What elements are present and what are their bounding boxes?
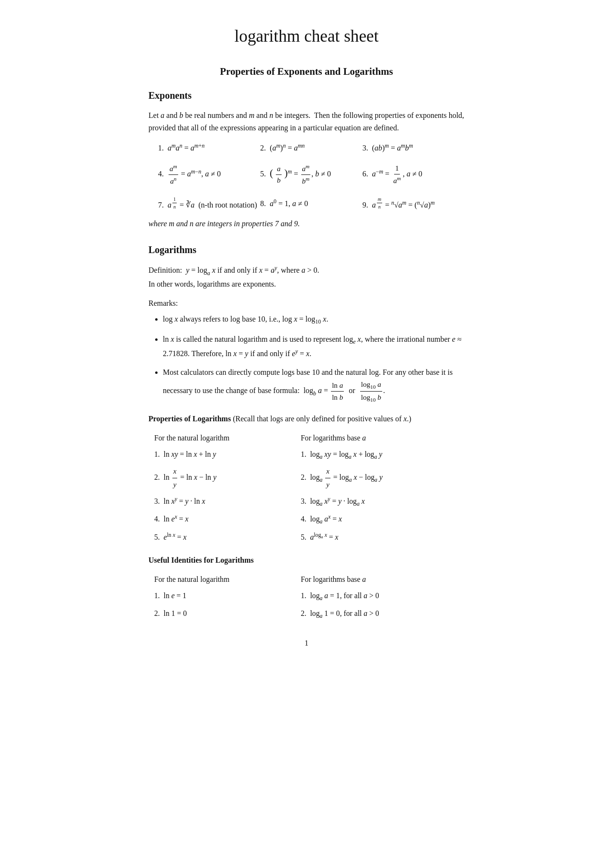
prop-7: 7. a1n = ∛a (n-th root notation) bbox=[158, 196, 260, 211]
log-definition: Definition: y = loga x if and only if x … bbox=[148, 264, 465, 291]
prop-4: 4. aman = am−n, a ≠ 0 bbox=[158, 162, 260, 187]
exponents-heading: Exponents bbox=[148, 88, 465, 103]
nat-prop-1: 1. ln xy = ln x + ln y bbox=[149, 447, 300, 463]
ui-col-natural-header: For the natural logarithm bbox=[149, 572, 300, 587]
col-base-a-header: For logarithms base a bbox=[301, 430, 464, 446]
log-properties-table: For the natural logarithm For logarithms… bbox=[148, 429, 465, 546]
ui-base-1: 1. loga a = 1, for all a > 0 bbox=[301, 588, 464, 604]
nat-prop-3: 3. ln xy = y · ln x bbox=[149, 493, 300, 510]
base-prop-1: 1. loga xy = loga x + loga y bbox=[301, 447, 464, 463]
ui-col-base-a-header: For logarithms base a bbox=[301, 572, 464, 587]
prop-1: 1. aman = am+n bbox=[158, 141, 260, 154]
nat-prop-4: 4. ln ex = x bbox=[149, 511, 300, 528]
useful-identities-table: For the natural logarithm For logarithms… bbox=[148, 571, 465, 623]
remark-3: Most calculators can directly compute lo… bbox=[163, 366, 465, 404]
base-prop-2: 2. loga xy = loga x − loga y bbox=[301, 464, 464, 492]
prop-9: 9. amn = n√am = (n√a)m bbox=[363, 196, 465, 211]
section-title: Properties of Exponents and Logarithms bbox=[148, 64, 465, 79]
exponents-intro: Let a and b be real numbers and m and n … bbox=[148, 109, 465, 135]
ui-nat-1: 1. ln e = 1 bbox=[149, 588, 300, 604]
base-prop-4: 4. loga ax = x bbox=[301, 511, 464, 528]
prop-2: 2. (am)n = amn bbox=[260, 141, 362, 154]
base-prop-3: 3. loga xy = y · loga x bbox=[301, 493, 464, 510]
remark-2: ln x is called the natural logarithm and… bbox=[163, 333, 465, 359]
exponent-properties: 1. aman = am+n 2. (am)n = amn 3. (ab)m =… bbox=[158, 141, 465, 211]
remark-1: log x always refers to log base 10, i.e.… bbox=[163, 313, 465, 326]
prop-3: 3. (ab)m = ambm bbox=[363, 141, 465, 154]
page-number: 1 bbox=[148, 637, 465, 649]
logarithms-heading: Logarithms bbox=[148, 243, 465, 257]
nat-prop-2: 2. ln xy = ln x − ln y bbox=[149, 464, 300, 492]
prop-5: 5. ( ab )m = ambm, b ≠ 0 bbox=[260, 162, 362, 187]
remarks-list: log x always refers to log base 10, i.e.… bbox=[148, 313, 465, 405]
nat-prop-5: 5. eln x = x bbox=[149, 529, 300, 545]
ui-nat-2: 2. ln 1 = 0 bbox=[149, 606, 300, 622]
properties-of-log-heading: Properties of Logarithms (Recall that lo… bbox=[148, 413, 465, 425]
remarks-label: Remarks: bbox=[148, 298, 465, 309]
main-title: logarithm cheat sheet bbox=[148, 24, 465, 49]
prop-6: 6. a−m = 1am, a ≠ 0 bbox=[363, 163, 465, 186]
ui-base-2: 2. loga 1 = 0, for all a > 0 bbox=[301, 606, 464, 622]
col-natural-header: For the natural logarithm bbox=[149, 430, 300, 446]
prop-8: 8. a0 = 1, a ≠ 0 bbox=[260, 197, 362, 209]
useful-identities-heading: Useful Identities for Logarithms bbox=[148, 555, 465, 566]
base-prop-5: 5. aloga x = x bbox=[301, 529, 464, 545]
page-container: logarithm cheat sheet Properties of Expo… bbox=[120, 0, 493, 678]
exponents-note: where m and n are integers in properties… bbox=[148, 218, 465, 230]
